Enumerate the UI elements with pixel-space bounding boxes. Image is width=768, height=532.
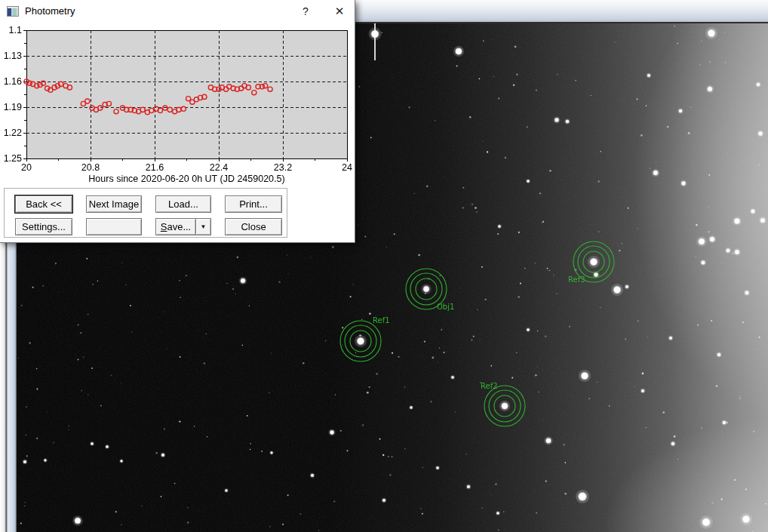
y-tick-label: 1.19 (4, 102, 22, 112)
marker-label: Obj1 (437, 303, 454, 311)
x-tick-label: 21.6 (146, 162, 164, 173)
y-tick-label: 1.13 (4, 51, 22, 61)
close-icon[interactable]: ✕ (330, 3, 349, 20)
x-axis-title: Hours since 2020-06-20 0h UT (JD 2459020… (88, 174, 284, 184)
photometry-dialog: Photometry ? ✕ 1.11.131.161.191.221.2520… (0, 0, 355, 243)
y-tick-label: 1.16 (4, 76, 22, 87)
settings-button[interactable]: Settings... (15, 218, 72, 235)
dialog-title: Photometry (25, 5, 75, 17)
x-tick-label: 20 (21, 162, 32, 173)
load-button[interactable]: Load... (155, 195, 211, 213)
plot-area (26, 30, 347, 158)
prev-image-button[interactable] (86, 218, 142, 235)
button-group-box: Back << Next Image Load... Print... Sett… (4, 188, 287, 238)
next-image-button[interactable]: Next Image (86, 195, 142, 213)
x-tick-label: 23.2 (274, 162, 292, 173)
print-button[interactable]: Print... (225, 195, 282, 213)
light-curve-chart: 1.11.131.161.191.221.252020.821.622.423.… (0, 23, 355, 185)
save-dropdown-arrow-icon[interactable]: ▼ (195, 218, 211, 235)
dialog-titlebar[interactable]: Photometry ? ✕ (0, 0, 355, 23)
marker-label: Ref1 (373, 316, 390, 324)
marker-label: Ref3 (568, 275, 585, 284)
save-button[interactable]: Save... (155, 218, 196, 235)
marker-label: Ref2 (481, 382, 498, 390)
close-button[interactable]: Close (225, 218, 282, 235)
help-icon[interactable]: ? (296, 3, 315, 20)
x-tick-label: 22.4 (210, 162, 228, 173)
y-tick-label: 1.1 (9, 25, 22, 35)
y-tick-label: 1.22 (4, 128, 22, 138)
y-tick-label: 1.25 (4, 153, 22, 164)
x-tick-label: 24 (342, 162, 352, 173)
x-tick-label: 20.8 (81, 162, 100, 173)
back-button[interactable]: Back << (15, 195, 72, 213)
photometry-window-icon (7, 6, 19, 17)
